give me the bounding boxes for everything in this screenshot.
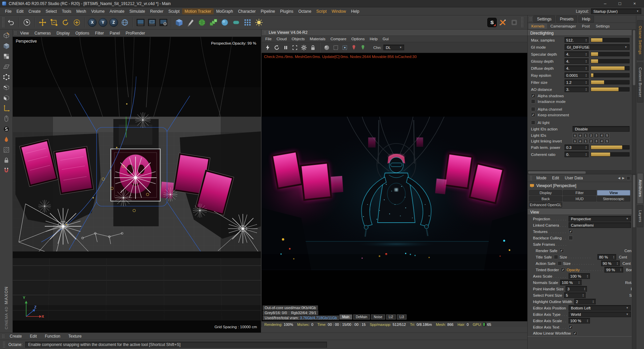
menu-item[interactable]: Animate (107, 8, 127, 14)
viewport-menu-filter[interactable]: Filter (92, 30, 107, 36)
menu-item-script[interactable]: Script (314, 8, 329, 14)
irradiance-mode-checkbox[interactable] (531, 99, 535, 104)
path-term-power-slider[interactable] (591, 145, 630, 150)
lv-menu-gui[interactable]: Gui (380, 37, 391, 41)
pick-region-icon[interactable] (332, 44, 340, 52)
rotate-tool-icon[interactable] (60, 17, 71, 28)
ao-distance-slider[interactable] (591, 87, 630, 92)
polygons-mode-icon[interactable] (1, 93, 11, 103)
bottom-grip[interactable] (2, 334, 4, 338)
make-editable-icon[interactable] (1, 31, 11, 40)
octane-close-icon[interactable] (497, 17, 508, 28)
pen-tool-icon[interactable] (185, 17, 196, 28)
pause-icon[interactable] (282, 44, 290, 52)
normals-scale-input[interactable]: 100 %▲▼ (560, 280, 582, 285)
keep-environment-checkbox[interactable] (531, 113, 535, 117)
backface-culling-checkbox[interactable] (569, 236, 573, 240)
axes-scale-input[interactable]: 100 %▲▼ (569, 273, 590, 279)
viewport-grip[interactable] (14, 31, 16, 35)
menu-item[interactable]: Volume (89, 8, 107, 14)
coordinate-system-icon[interactable] (119, 17, 130, 28)
light-ids-action-select[interactable]: Disable (573, 126, 630, 132)
point-handle-size-input[interactable]: 3▲▼ (566, 286, 587, 292)
light-id-button[interactable]: e (578, 133, 583, 138)
light-id-button[interactable]: 5 (605, 133, 609, 138)
light-link-button[interactable]: 5 (605, 139, 609, 143)
light-link-button[interactable]: 4 (599, 139, 604, 143)
menu-item[interactable]: Sculpt (166, 8, 182, 14)
tab-settings2[interactable]: Settings (593, 23, 612, 29)
menu-item[interactable]: File (3, 8, 14, 14)
snap-magnet-icon[interactable] (1, 166, 11, 175)
lv-menu-options[interactable]: Options (349, 37, 367, 41)
title-safe-size-input[interactable]: 80 %▲▼ (597, 254, 616, 260)
subdivision-surface-icon[interactable] (197, 17, 207, 28)
attr-menu-userdata[interactable]: User Data (563, 175, 585, 181)
live-viewer-grip[interactable] (264, 31, 266, 34)
tab-function[interactable]: Function (42, 333, 64, 339)
last-tool-icon[interactable] (71, 17, 82, 28)
minimize-button[interactable]: – (598, 0, 612, 7)
action-safe-size-input[interactable]: 90 %▲▼ (601, 260, 620, 266)
plugin-icon[interactable] (509, 17, 520, 28)
dock-tab-attributes[interactable]: Attributes (637, 173, 643, 204)
light-id-button[interactable]: 2 (589, 133, 593, 138)
aov-li2-button[interactable]: Li2 (386, 314, 396, 319)
material-picker-pin-icon[interactable] (350, 44, 358, 52)
tab-view[interactable]: View (597, 190, 630, 195)
highlight-outline-width-input[interactable]: 2▲▼ (574, 299, 596, 304)
primitive-cube-icon[interactable] (174, 17, 184, 28)
menu-item[interactable]: Tools (59, 8, 73, 14)
pin-icon[interactable] (627, 176, 630, 180)
menu-item[interactable]: Character (236, 8, 258, 14)
ray-epsilon-input[interactable]: 0.0001▲▼ (565, 72, 589, 78)
maximize-button[interactable]: □ (612, 0, 627, 7)
menu-item[interactable]: Simulate (127, 8, 148, 14)
render-settings-icon[interactable] (158, 17, 169, 28)
aov-demain-button[interactable]: DeMain (353, 314, 370, 319)
viewport-menu-prorender[interactable]: ProRender (123, 30, 148, 36)
coherent-ratio-input[interactable]: 0.▲▼ (565, 152, 589, 157)
title-safe-checkbox[interactable] (554, 255, 558, 259)
workplane-icon[interactable] (1, 62, 11, 71)
tinted-border-opacity-input[interactable]: 99 %▲▼ (604, 267, 623, 273)
tab-presets[interactable]: Presets (556, 16, 577, 22)
tab-stereoscopic[interactable]: Stereoscopic (597, 196, 630, 201)
lv-menu-materials[interactable]: Materials (308, 37, 328, 41)
panel-grip[interactable] (529, 17, 532, 21)
move-tool-icon[interactable] (37, 17, 48, 28)
tab-create[interactable]: Create (6, 333, 25, 339)
action-safe-checkbox[interactable] (557, 261, 562, 266)
menu-item[interactable]: Render (148, 8, 166, 14)
lv-menu-file[interactable]: File (263, 37, 274, 41)
texture-mode-icon[interactable] (1, 51, 11, 61)
status-grip[interactable] (3, 341, 5, 348)
menu-item[interactable]: Pipeline (258, 8, 277, 14)
history-back-icon[interactable]: ◀ (618, 176, 620, 180)
attribute-grip[interactable] (530, 176, 532, 180)
model-mode-icon[interactable] (1, 41, 11, 51)
octane-live-viewer-icon[interactable]: S (487, 18, 497, 27)
select-point-size-input[interactable]: 5▲▼ (564, 292, 586, 298)
menu-item-octane[interactable]: Octane (296, 8, 314, 14)
tab-cameraimager[interactable]: Cameraimager (548, 23, 579, 29)
lock-icon[interactable] (1, 155, 11, 165)
linked-camera-input[interactable]: CameraRemi (569, 222, 631, 228)
tinted-border-checkbox[interactable] (561, 268, 565, 272)
menu-item[interactable]: Mesh (74, 8, 88, 14)
filter-size-slider[interactable] (591, 80, 630, 84)
tab-enhanced-opengl[interactable]: Enhanced OpenGL (529, 202, 562, 208)
horizontal-scrollbar[interactable] (528, 170, 632, 174)
specular-depth-input[interactable]: 4.▲▼ (565, 51, 589, 57)
tab-display[interactable]: Display (529, 190, 562, 195)
render-view[interactable]: Check:2ms./9ms. MeshGen:0ms. Update[C]:0… (262, 53, 527, 321)
paint-tool-icon[interactable] (1, 134, 11, 144)
glossy-depth-input[interactable]: 4.▲▼ (565, 58, 589, 64)
pick-region-alt-icon[interactable] (341, 44, 349, 52)
lv-menu-help[interactable]: Help (367, 37, 380, 41)
tab-texture[interactable]: Texture (65, 333, 85, 339)
coherent-ratio-slider[interactable] (591, 152, 630, 157)
tab-post[interactable]: Post (579, 23, 592, 29)
editor-axis-position-select[interactable]: Bottom Left▼ (569, 305, 631, 311)
viewport-navigation-icon[interactable] (1, 114, 11, 123)
